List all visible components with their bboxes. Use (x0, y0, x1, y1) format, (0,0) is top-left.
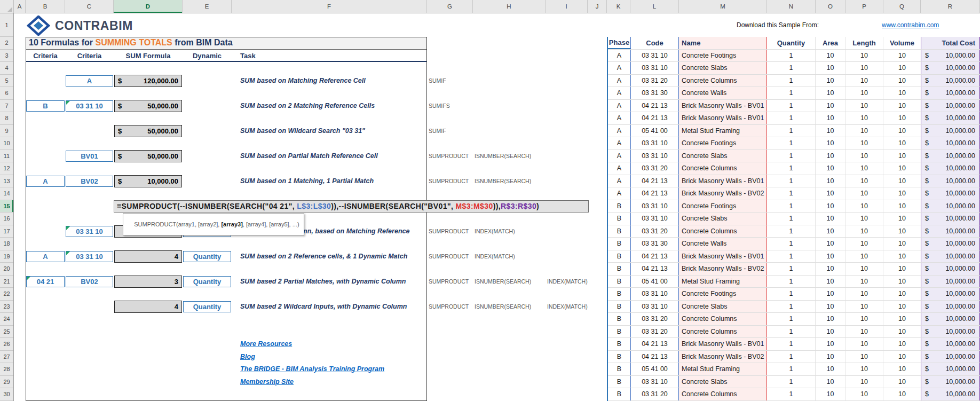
sum-result-cell[interactable]: $ 10,000.00 (114, 175, 182, 187)
criteria-cell-b[interactable]: A (26, 251, 65, 263)
column-header[interactable]: G (427, 0, 473, 13)
sum-result-cell[interactable]: 4 (114, 301, 182, 313)
row-header[interactable]: 19 (0, 250, 13, 263)
sum-result-cell[interactable]: $ 50,000.00 (114, 100, 182, 112)
resource-link[interactable]: Blog (240, 351, 255, 364)
table-row[interactable]: B 03 31 20 Concrete Columns 1 10 10 10 $… (608, 388, 980, 401)
row-header[interactable]: 11 (0, 150, 13, 163)
table-row[interactable]: B 03 31 20 Concrete Columns 1 10 10 10 $… (608, 313, 980, 326)
row-header[interactable]: 15 (0, 200, 13, 213)
row-header[interactable]: 13 (0, 175, 13, 188)
table-row[interactable]: A 04 21 13 Brick Masonry Walls - BV01 1 … (608, 100, 980, 113)
sum-result-cell[interactable]: 3 (114, 276, 182, 288)
sum-result-cell[interactable]: $ 50,000.00 (114, 150, 182, 162)
row-header[interactable]: 28 (0, 363, 13, 376)
table-row[interactable]: B 04 21 13 Brick Masonry Walls - BV02 1 … (608, 263, 980, 276)
table-row[interactable]: B 04 21 13 Brick Masonry Walls - BV02 1 … (608, 351, 980, 364)
dynamic-cell[interactable]: Quantity (183, 251, 231, 263)
formula-edit-cell[interactable]: =SUMPRODUCT(--ISNUMBER(SEARCH("04 21", L… (114, 200, 589, 213)
table-row[interactable]: B 05 41 00 Metal Stud Framing 1 10 10 10… (608, 363, 980, 376)
table-row[interactable]: A 04 21 13 Brick Masonry Walls - BV01 1 … (608, 112, 980, 125)
column-header[interactable]: N (767, 0, 816, 13)
row-header[interactable]: 25 (0, 326, 13, 339)
column-header[interactable]: B (26, 0, 65, 13)
row-header[interactable]: 18 (0, 238, 13, 250)
table-row[interactable]: A 04 21 13 Brick Masonry Walls - BV02 1 … (608, 187, 980, 200)
row-header[interactable]: 24 (0, 313, 13, 326)
criteria-cell-c[interactable]: 03 31 10 (66, 226, 113, 238)
column-header[interactable]: O (816, 0, 845, 13)
criteria-cell-c[interactable]: A (66, 75, 113, 87)
table-row[interactable]: B 04 21 13 Brick Masonry Walls - BV01 1 … (608, 250, 980, 263)
row-header[interactable]: 9 (0, 125, 13, 138)
table-row[interactable]: B 03 31 10 Concrete Slabs 1 10 10 10 $ 1… (608, 376, 980, 389)
column-header[interactable]: Q (883, 0, 921, 13)
criteria-cell-c[interactable]: BV02 (66, 176, 113, 187)
criteria-cell-c[interactable]: BV02 (66, 276, 113, 288)
column-header[interactable]: J (588, 0, 607, 13)
resource-link[interactable]: The BRIDGE - BIM Analysis Training Progr… (240, 363, 384, 376)
criteria-cell-b[interactable]: A (26, 176, 65, 187)
row-header[interactable]: 2 (0, 37, 13, 50)
resource-link[interactable]: Membership Site (240, 376, 294, 389)
row-header[interactable]: 14 (0, 187, 13, 200)
column-header[interactable]: A (14, 0, 26, 13)
column-header[interactable]: M (679, 0, 767, 13)
sum-result-cell[interactable]: $ 120,000.00 (114, 75, 182, 87)
row-header[interactable]: 27 (0, 351, 13, 364)
table-row[interactable]: B 03 31 20 Concrete Columns 1 10 10 10 $… (608, 225, 980, 238)
table-row[interactable]: A 03 31 20 Concrete Columns 1 10 10 10 $… (608, 162, 980, 175)
column-header[interactable]: C (65, 0, 114, 13)
column-header[interactable]: F (232, 0, 427, 13)
row-header[interactable]: 30 (0, 388, 13, 401)
table-row[interactable]: B 03 31 10 Concrete Slabs 1 10 10 10 $ 1… (608, 213, 980, 225)
table-row[interactable]: A 03 31 10 Concrete Slabs 1 10 10 10 $ 1… (608, 62, 980, 75)
row-header[interactable]: 17 (0, 225, 13, 238)
table-row[interactable]: A 03 31 10 Concrete Slabs 1 10 10 10 $ 1… (608, 150, 980, 163)
row-header[interactable]: 22 (0, 288, 13, 301)
column-header[interactable]: L (630, 0, 679, 13)
row-header[interactable]: 12 (0, 162, 13, 175)
column-header[interactable]: P (845, 0, 883, 13)
dynamic-cell[interactable]: Quantity (183, 276, 231, 288)
table-row[interactable]: B 03 31 10 Concrete Footings 1 10 10 10 … (608, 200, 980, 213)
table-row[interactable]: B 03 31 30 Concrete Walls 1 10 10 10 $ 1… (608, 238, 980, 250)
table-row[interactable]: B 03 31 20 Concrete Columns 1 10 10 10 $… (608, 326, 980, 339)
resource-link[interactable]: More Resources (240, 338, 292, 351)
table-row[interactable]: A 04 21 13 Brick Masonry Walls - BV01 1 … (608, 175, 980, 188)
row-header[interactable]: 16 (0, 213, 13, 225)
criteria-cell-c[interactable]: 03 31 10 (66, 100, 113, 112)
criteria-cell-b[interactable]: B (26, 100, 65, 112)
row-header[interactable]: 5 (0, 75, 13, 88)
row-header[interactable]: 21 (0, 276, 13, 288)
table-row[interactable]: A 03 31 10 Concrete Footings 1 10 10 10 … (608, 50, 980, 62)
dynamic-cell[interactable]: Quantity (183, 301, 231, 313)
criteria-cell-b[interactable]: 04 21 (26, 276, 65, 288)
row-header[interactable]: 29 (0, 376, 13, 389)
column-header[interactable]: H (473, 0, 546, 13)
row-header[interactable]: 26 (0, 338, 13, 351)
sum-result-cell[interactable]: $ 50,000.00 (114, 125, 182, 137)
row-header[interactable]: 20 (0, 263, 13, 276)
column-header[interactable]: K (607, 0, 630, 13)
download-link[interactable]: www.contrabim.com (882, 13, 939, 37)
row-header[interactable]: 23 (0, 301, 13, 313)
select-all-corner[interactable] (0, 0, 14, 13)
table-row[interactable]: A 03 31 20 Concrete Columns 1 10 10 10 $… (608, 75, 980, 88)
criteria-cell-c[interactable]: BV01 (66, 151, 113, 162)
table-row[interactable]: B 03 31 10 Concrete Slabs 1 10 10 10 $ 1… (608, 301, 980, 313)
table-row[interactable]: B 04 21 13 Brick Masonry Walls - BV01 1 … (608, 338, 980, 351)
table-row[interactable]: B 03 31 10 Concrete Footings 1 10 10 10 … (608, 288, 980, 301)
row-header[interactable]: 8 (0, 112, 13, 125)
row-header[interactable]: 3 (0, 50, 13, 62)
table-row[interactable]: B 05 41 00 Metal Stud Framing 1 10 10 10… (608, 276, 980, 288)
row-header[interactable]: 1 (0, 13, 13, 37)
row-header[interactable]: 4 (0, 62, 13, 75)
row-header[interactable]: 6 (0, 87, 13, 100)
column-header[interactable]: I (546, 0, 588, 13)
table-row[interactable]: A 03 31 10 Concrete Footings 1 10 10 10 … (608, 137, 980, 150)
sum-result-cell[interactable]: 4 (114, 250, 182, 263)
column-header[interactable]: R (921, 0, 980, 13)
table-row[interactable]: A 03 31 30 Concrete Walls 1 10 10 10 $ 1… (608, 87, 980, 100)
table-row[interactable]: A 05 41 00 Metal Stud Framing 1 10 10 10… (608, 125, 980, 138)
